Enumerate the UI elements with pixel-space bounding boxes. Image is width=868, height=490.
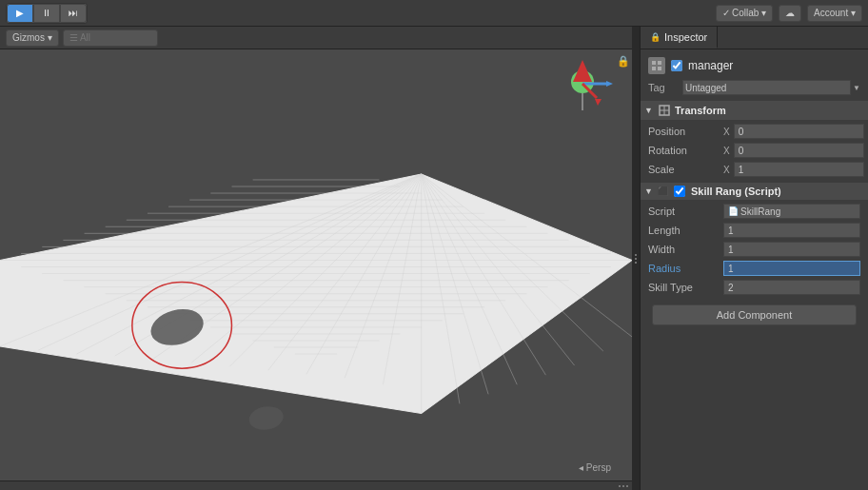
scale-row: Scale X xyxy=(641,160,868,179)
rotation-x-input[interactable] xyxy=(734,143,864,158)
tag-row: Tag Untagged ▼ xyxy=(641,78,868,97)
lock-icon: 🔒 xyxy=(617,55,630,68)
scale-x-input[interactable] xyxy=(734,162,864,177)
bottom-dots xyxy=(619,485,628,487)
radius-row: Radius xyxy=(641,259,868,278)
script-name: SkillRang xyxy=(740,206,780,217)
pause-button[interactable]: ⏸ xyxy=(33,4,60,23)
layer-dropdown-arrow: ▼ xyxy=(853,84,860,92)
length-row: Length xyxy=(641,221,868,240)
svg-rect-61 xyxy=(658,61,661,65)
svg-rect-59 xyxy=(649,58,664,73)
position-row: Position X xyxy=(641,122,868,141)
object-icon-svg xyxy=(649,58,664,73)
main-area: Gizmos ▾ xyxy=(0,27,868,490)
scene-view: Gizmos ▾ xyxy=(0,27,640,490)
svg-marker-53 xyxy=(573,60,592,82)
width-input[interactable] xyxy=(723,242,860,257)
object-icon xyxy=(648,57,665,74)
script-label: Script xyxy=(648,206,720,217)
playback-controls: ▶ ⏸ ⏭ xyxy=(6,3,88,24)
transform-section-header[interactable]: ▼ Transform xyxy=(641,101,868,120)
skill-type-label: Skill Type xyxy=(648,282,720,293)
cloud-button[interactable]: ☁ xyxy=(779,5,801,22)
scale-label: Scale xyxy=(648,164,720,175)
skill-rang-section-header[interactable]: ▼ ⬛ Skill Rang (Script) xyxy=(641,183,868,200)
object-active-checkbox[interactable] xyxy=(671,60,682,71)
script-row: Script 📄 SkillRang xyxy=(641,202,868,221)
scene-search-input[interactable] xyxy=(63,29,158,47)
inspector-tab-icon: 🔒 xyxy=(650,32,661,42)
length-input[interactable] xyxy=(723,223,860,238)
position-x-axis: X xyxy=(723,127,730,137)
width-label: Width xyxy=(648,244,720,255)
svg-marker-57 xyxy=(595,99,602,106)
transform-section-title: Transform xyxy=(675,105,726,116)
scene-gizmo[interactable] xyxy=(544,55,621,131)
rotation-row: Rotation X xyxy=(641,141,868,160)
svg-marker-55 xyxy=(606,81,613,87)
scene-bottom-bar xyxy=(0,480,632,490)
inspector-tab-bar: 🔒 Inspector xyxy=(641,27,868,49)
transform-icon-svg xyxy=(659,105,670,116)
skill-rang-active-checkbox[interactable] xyxy=(674,186,685,197)
tag-select[interactable]: Untagged xyxy=(682,80,851,95)
svg-rect-63 xyxy=(658,67,661,70)
add-component-button[interactable]: Add Component xyxy=(652,304,857,325)
width-row: Width xyxy=(641,240,868,259)
collab-check-icon: ✓ xyxy=(722,8,730,18)
tag-label: Tag xyxy=(648,82,677,93)
scene-svg xyxy=(0,49,632,480)
object-header: manager xyxy=(641,53,868,78)
rotation-x-axis: X xyxy=(723,146,730,156)
skill-rang-section-icon: ⬛ xyxy=(658,186,668,196)
position-label: Position xyxy=(648,126,720,137)
rotation-label: Rotation xyxy=(648,145,720,156)
object-name-label: manager xyxy=(688,59,860,72)
inspector-panel: 🔒 Inspector manager xyxy=(640,27,868,490)
scene-toolbar: Gizmos ▾ xyxy=(0,27,640,49)
script-value-display: 📄 SkillRang xyxy=(723,204,860,219)
radius-input[interactable] xyxy=(723,261,860,276)
persp-label: ◂ Persp xyxy=(579,462,611,473)
transform-icon xyxy=(658,104,671,117)
skill-rang-section-title: Skill Rang (Script) xyxy=(691,186,781,197)
inspector-tab-label: Inspector xyxy=(664,31,707,43)
transform-arrow-icon: ▼ xyxy=(644,106,654,115)
length-label: Length xyxy=(648,225,720,236)
radius-label: Radius xyxy=(648,263,720,274)
toolbar: ▶ ⏸ ⏭ ✓ Collab ▾ ☁ Account ▾ xyxy=(0,0,868,27)
skill-type-row: Skill Type xyxy=(641,278,868,297)
position-x-input[interactable] xyxy=(734,124,864,139)
scale-x-axis: X xyxy=(723,165,730,175)
gizmo-svg xyxy=(544,55,621,131)
skill-type-input[interactable] xyxy=(723,280,860,295)
skill-rang-arrow-icon: ▼ xyxy=(644,186,654,196)
resize-dots xyxy=(635,254,637,264)
play-button[interactable]: ▶ xyxy=(7,4,33,23)
collab-button[interactable]: ✓ Collab ▾ xyxy=(716,5,773,22)
step-button[interactable]: ⏭ xyxy=(60,4,87,23)
inspector-tab[interactable]: 🔒 Inspector xyxy=(641,27,718,49)
gizmos-button[interactable]: Gizmos ▾ xyxy=(6,29,59,47)
script-file-icon: 📄 xyxy=(728,206,739,216)
account-button[interactable]: Account ▾ xyxy=(807,5,862,22)
svg-rect-60 xyxy=(652,61,656,65)
scene-resize-handle[interactable] xyxy=(632,27,640,490)
scene-canvas xyxy=(0,49,632,480)
svg-rect-62 xyxy=(652,67,656,70)
inspector-content: manager Tag Untagged ▼ ▼ xyxy=(641,49,868,490)
